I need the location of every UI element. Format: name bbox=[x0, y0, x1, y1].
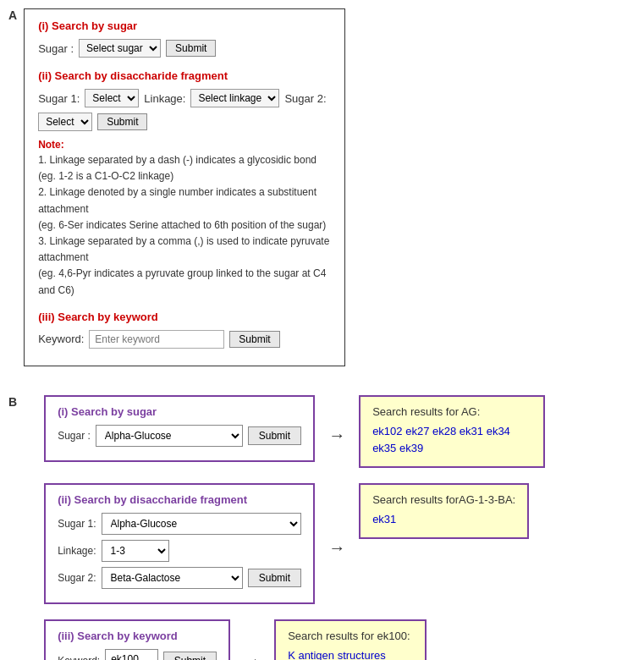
b-disaccharide-arrow: → bbox=[328, 538, 345, 558]
keyword-label-a: Keyword: bbox=[38, 333, 84, 345]
linkage-label-a: Linkage: bbox=[144, 92, 185, 105]
sugar-submit-a[interactable]: Submit bbox=[166, 40, 216, 57]
b-linkage-row: Linkage: 1-3 bbox=[58, 540, 301, 562]
b-keyword-inline: Keyword: Submit bbox=[58, 649, 217, 660]
b-sugar-label: Sugar : bbox=[58, 430, 91, 442]
b-disaccharide-submit[interactable]: Submit bbox=[248, 569, 301, 587]
sugar1-label-a: Sugar 1: bbox=[38, 92, 80, 105]
result-link-k-antigen[interactable]: K antigen structures bbox=[288, 649, 386, 660]
disaccharide-submit-a[interactable]: Submit bbox=[97, 113, 147, 130]
note-line-6: (eg. 4,6-Pyr indicates a pyruvate group … bbox=[38, 266, 331, 298]
sugar2-label-a: Sugar 2: bbox=[284, 92, 326, 105]
b-sugar1-label: Sugar 1: bbox=[58, 518, 96, 530]
b-sugar-select[interactable]: Alpha-Glucose bbox=[96, 425, 243, 447]
b-keyword-input[interactable] bbox=[105, 649, 158, 660]
disaccharide-row-a: Sugar 1: Select Linkage: Select linkage … bbox=[38, 89, 331, 131]
b-sugar2-label: Sugar 2: bbox=[58, 572, 96, 584]
sugar-select-a[interactable]: Select sugar bbox=[79, 39, 161, 58]
b-disaccharide-title: (ii) Search by disaccharide fragment bbox=[58, 493, 301, 506]
b-search-sugar-title: (i) Search by sugar bbox=[58, 405, 301, 418]
b-disaccharide-result-title: Search results forAG-1-3-BA: bbox=[372, 493, 515, 506]
note-text-a: 1. Linkage separated by a dash (-) indic… bbox=[38, 152, 331, 299]
b-disaccharide-row: (ii) Search by disaccharide fragment Sug… bbox=[44, 483, 545, 604]
panel-a: (i) Search by sugar Sugar : Select sugar… bbox=[24, 8, 345, 366]
keyword-submit-a[interactable]: Submit bbox=[229, 331, 279, 348]
b-sugar-result: Search results for AG: ek102 ek27 ek28 e… bbox=[359, 395, 545, 469]
section-b-label: B bbox=[8, 395, 17, 660]
linkage-select-a[interactable]: Select linkage bbox=[190, 89, 279, 107]
keyword-row-a: Keyword: Submit bbox=[38, 330, 331, 349]
result-link-ek35[interactable]: ek35 bbox=[372, 442, 396, 454]
b-sugar-inline-row: Sugar : Alpha-Glucose Submit bbox=[58, 425, 301, 447]
panel-b: (i) Search by sugar Sugar : Alpha-Glucos… bbox=[24, 395, 545, 660]
result-link-ek102[interactable]: ek102 bbox=[372, 425, 402, 437]
b-keyword-arrow: → bbox=[244, 651, 261, 660]
panel-a-disaccharide-title: (ii) Search by disaccharide fragment bbox=[38, 69, 331, 82]
result-link-ek31-d[interactable]: ek31 bbox=[372, 513, 396, 525]
sugar1-select-a[interactable]: Select bbox=[85, 89, 139, 107]
b-sugar-submit[interactable]: Submit bbox=[248, 426, 301, 445]
b-keyword-box: (iii) Search by keyword Keyword: Submit bbox=[44, 619, 230, 660]
b-keyword-title: (iii) Search by keyword bbox=[58, 630, 217, 642]
b-disaccharide-result-links: ek31 bbox=[372, 511, 515, 529]
note-line-4: (eg. 6-Ser indicates Serine attached to … bbox=[38, 217, 331, 234]
b-disaccharide-box: (ii) Search by disaccharide fragment Sug… bbox=[44, 483, 315, 604]
b-disaccharide-result: Search results forAG-1-3-BA: ek31 bbox=[359, 483, 529, 539]
b-sugar-result-title: Search results for AG: bbox=[372, 405, 531, 418]
b-keyword-result-title: Search results for ek100: bbox=[288, 630, 413, 642]
b-sugar-arrow: → bbox=[328, 426, 345, 445]
b-sugar2-row: Sugar 2: Beta-Galactose Submit bbox=[58, 567, 301, 589]
result-link-ek39[interactable]: ek39 bbox=[399, 442, 423, 454]
b-keyword-row: (iii) Search by keyword Keyword: Submit … bbox=[44, 619, 545, 660]
b-sugar-result-links: ek102 ek27 ek28 ek31 ek34 ek35 ek39 bbox=[372, 423, 531, 459]
note-line-1: 1. Linkage separated by a dash (-) indic… bbox=[38, 152, 331, 168]
b-search-sugar-row: (i) Search by sugar Sugar : Alpha-Glucos… bbox=[44, 395, 545, 469]
sugar-label-a: Sugar : bbox=[38, 42, 74, 55]
section-a-label: A bbox=[8, 8, 17, 377]
b-keyword-submit[interactable]: Submit bbox=[163, 652, 217, 660]
keyword-input-a[interactable] bbox=[89, 330, 224, 349]
b-keyword-result-links: K antigen structures EK100 bbox=[288, 647, 413, 660]
panel-a-search-sugar-title: (i) Search by sugar bbox=[38, 19, 331, 32]
b-search-sugar-box: (i) Search by sugar Sugar : Alpha-Glucos… bbox=[44, 395, 315, 462]
b-sugar2-select[interactable]: Beta-Galactose bbox=[102, 567, 243, 589]
sugar2-select-a[interactable]: Select bbox=[38, 113, 92, 131]
b-keyword-result: Search results for ek100: K antigen stru… bbox=[274, 619, 427, 660]
search-sugar-row: Sugar : Select sugar Submit bbox=[38, 39, 331, 58]
note-line-2: (eg. 1-2 is a C1-O-C2 linkage) bbox=[38, 168, 331, 184]
b-linkage-label: Linkage: bbox=[58, 545, 96, 557]
note-line-5: 3. Linkage separated by a comma (,) is u… bbox=[38, 234, 331, 266]
note-title-a: Note: bbox=[38, 139, 64, 151]
b-linkage-select[interactable]: 1-3 bbox=[102, 540, 169, 562]
b-sugar1-row: Sugar 1: Alpha-Glucose bbox=[58, 513, 301, 535]
panel-a-keyword-title: (iii) Search by keyword bbox=[38, 311, 331, 323]
b-keyword-label: Keyword: bbox=[58, 655, 100, 660]
result-link-ek28[interactable]: ek28 bbox=[432, 425, 456, 437]
result-link-ek27[interactable]: ek27 bbox=[405, 425, 429, 437]
b-sugar1-select[interactable]: Alpha-Glucose bbox=[102, 513, 302, 535]
result-link-ek34[interactable]: ek34 bbox=[487, 425, 510, 437]
note-section-a: Note: 1. Linkage separated by a dash (-)… bbox=[38, 138, 331, 299]
result-link-ek31[interactable]: ek31 bbox=[460, 425, 483, 437]
note-line-3: 2. Linkage denoted by a single number in… bbox=[38, 184, 331, 217]
